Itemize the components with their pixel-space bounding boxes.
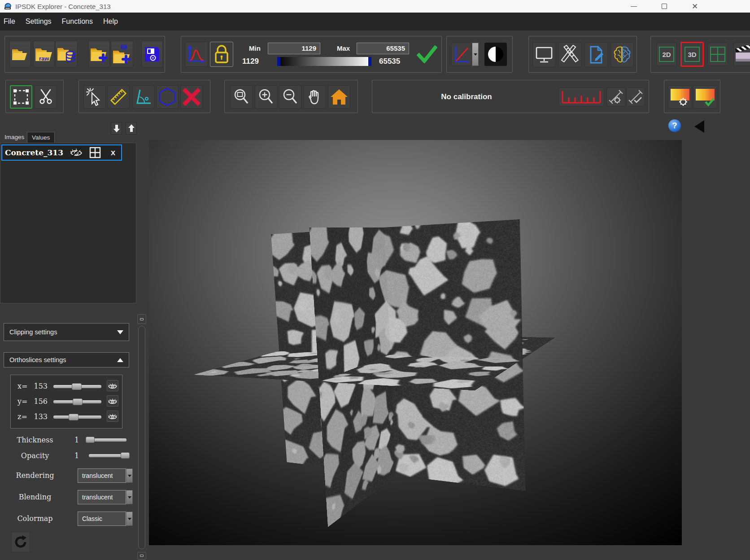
panel-scroll-down-button[interactable] [137, 552, 146, 560]
report-button[interactable] [584, 42, 608, 67]
opacity-label: Opacity [10, 451, 60, 460]
display-settings-button[interactable] [532, 42, 556, 67]
open-image-button[interactable] [9, 41, 31, 68]
refresh-button[interactable] [11, 532, 30, 552]
colormap-apply-button[interactable] [693, 85, 717, 109]
calibration-apply-button[interactable] [626, 88, 645, 106]
colormap-select[interactable]: Classic [78, 512, 126, 526]
rendering-select[interactable]: translucent [78, 468, 126, 483]
section-clipping-settings[interactable]: Clipping settings [4, 323, 129, 341]
pan-button[interactable] [304, 85, 326, 109]
max-field[interactable]: 65535 [357, 43, 409, 54]
calibration-ruler-button[interactable] [558, 88, 604, 106]
ruler-tool-button[interactable] [107, 85, 130, 109]
thickness-slider-handle[interactable] [86, 437, 95, 443]
rendering-select-arrow[interactable] [126, 468, 133, 483]
section-orthoslices-settings[interactable]: Orthoslices settings [4, 352, 129, 368]
range-handle-low[interactable] [277, 57, 280, 66]
z-slider-handle[interactable] [69, 414, 78, 420]
y-slider-handle[interactable] [73, 398, 83, 405]
lock-range-button[interactable] [210, 42, 233, 67]
transfer-function-button[interactable] [451, 43, 472, 66]
calibration-settings-icon [608, 89, 624, 105]
collapse-panel-icon[interactable] [694, 120, 704, 133]
image-item[interactable]: Concrete_313 X [1, 144, 122, 161]
home-view-button[interactable] [328, 85, 350, 109]
chevron-down-icon [128, 496, 131, 499]
x-slider[interactable] [53, 385, 101, 388]
y-slider[interactable] [53, 400, 101, 403]
open-volume-button[interactable] [55, 41, 78, 68]
colormap-select-arrow[interactable] [126, 512, 133, 526]
open-folder-icon [11, 47, 29, 62]
panel-scrollbar-thumb[interactable] [138, 326, 145, 549]
blending-select-arrow[interactable] [126, 490, 133, 504]
rect-select-button[interactable] [10, 85, 32, 109]
move-up-button[interactable] [126, 122, 137, 135]
close-button[interactable]: ✕ [685, 0, 705, 13]
add-volume-button[interactable] [111, 41, 133, 68]
histogram-button[interactable] [185, 42, 208, 67]
z-visibility-button[interactable] [107, 411, 118, 422]
transfer-function-dropdown[interactable] [472, 43, 479, 66]
panel-scroll-up-button[interactable] [137, 314, 146, 324]
add-image-button[interactable] [88, 41, 110, 68]
view-grid-button[interactable] [707, 43, 728, 66]
layout-button[interactable] [89, 147, 101, 158]
toggle-visibility-button[interactable] [70, 147, 83, 158]
delete-tool-button[interactable] [180, 85, 203, 109]
view-mode-group: 2D 3D [650, 36, 750, 73]
range-handle-high[interactable] [368, 57, 371, 66]
report-document-icon [587, 45, 605, 64]
cut-button[interactable] [35, 85, 57, 109]
calibration-ruler-icon [561, 89, 602, 105]
contrast-button[interactable] [484, 43, 507, 66]
measure-settings-button[interactable] [558, 42, 582, 67]
min-field[interactable]: 1129 [268, 43, 320, 54]
menu-file[interactable]: File [2, 17, 17, 26]
zoom-in-button[interactable] [255, 85, 277, 109]
view-3d-button[interactable]: 3D [680, 42, 704, 67]
help-button[interactable]: ? [668, 119, 681, 132]
x-slider-handle[interactable] [72, 383, 82, 390]
minimize-button[interactable] [624, 0, 644, 13]
maximize-button[interactable] [654, 0, 675, 13]
colormap-row: Colormap Classic [10, 512, 122, 526]
app-icon [4, 2, 13, 11]
scissors-icon [38, 88, 54, 105]
angle-tool-button[interactable] [132, 85, 155, 109]
view-2d-button[interactable]: 2D [656, 43, 677, 66]
blending-select[interactable]: translucent [78, 490, 126, 504]
thickness-slider[interactable] [89, 438, 126, 442]
refresh-icon [13, 534, 28, 550]
colormap-settings-button[interactable] [668, 85, 692, 109]
pointer-tool-button[interactable] [83, 85, 106, 109]
save-button[interactable] [141, 41, 163, 68]
clipping-settings-label: Clipping settings [9, 328, 57, 336]
ai-button[interactable] [610, 42, 634, 67]
menu-functions[interactable]: Functions [60, 17, 95, 26]
tab-values[interactable]: Values [27, 132, 55, 143]
calibration-settings-button[interactable] [606, 88, 625, 106]
move-down-button[interactable] [111, 122, 122, 135]
delete-x-icon [183, 88, 201, 106]
tab-images[interactable]: Images [0, 131, 29, 143]
apply-range-button[interactable] [415, 42, 439, 67]
zoom-region-button[interactable] [230, 85, 253, 109]
z-slider[interactable] [53, 416, 101, 419]
viewport-3d[interactable] [149, 140, 682, 545]
calibration-group: No calibration [372, 80, 649, 113]
x-visibility-button[interactable] [107, 380, 118, 391]
opacity-slider-handle[interactable] [121, 452, 130, 459]
menu-help[interactable]: Help [101, 17, 120, 26]
remove-image-button[interactable]: X [111, 149, 115, 157]
open-raw-image-button[interactable]: raw [33, 41, 55, 68]
polygon-tool-button[interactable] [156, 85, 179, 109]
menu-settings[interactable]: Settings [24, 17, 53, 26]
y-visibility-button[interactable] [107, 395, 118, 407]
animation-button[interactable] [733, 43, 750, 66]
opacity-slider[interactable] [89, 454, 126, 457]
zoom-out-button[interactable] [279, 85, 301, 109]
range-gradient-bar[interactable] [277, 57, 371, 66]
ai-brain-icon [612, 46, 632, 64]
